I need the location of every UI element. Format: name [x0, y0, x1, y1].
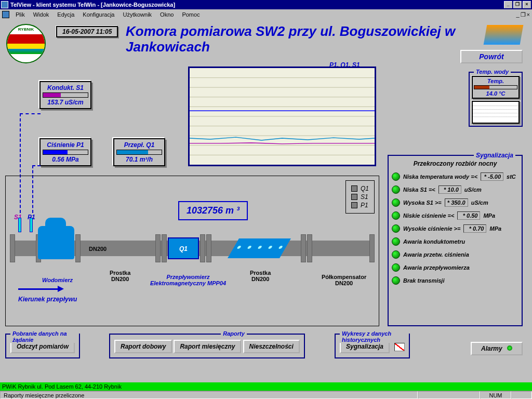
sygn-text: Brak transmisji	[403, 277, 444, 284]
child-minimize-button[interactable]: _	[516, 11, 519, 18]
wodomierz-label: Wodomierz	[42, 277, 73, 283]
cisnienie-value: 0.56 MPa	[43, 156, 88, 163]
menu-widok[interactable]: Widok	[29, 10, 54, 19]
prostka-label: Prostka DN200	[110, 270, 130, 282]
przepl-box: Przepł. Q1 70.1 m³/h	[113, 138, 165, 166]
temp-value: 14.0 °C	[474, 90, 517, 97]
sygnalizacja-panel: Sygnalizacja Przekroczony rozbiór nocny …	[388, 155, 523, 326]
raporty-title: Raporty	[221, 330, 247, 337]
flow-meter-icon: Q1	[168, 237, 199, 259]
raport-dobowy-button[interactable]: Raport dobowy	[114, 340, 172, 353]
app-icon	[1, 1, 8, 8]
minimize-button[interactable]: _	[504, 1, 512, 8]
threshold-unit: MPa	[483, 212, 495, 219]
water-meter-icon	[38, 226, 74, 259]
flange-icon	[200, 234, 205, 262]
status-spacer2	[511, 391, 532, 399]
child-window-icon	[2, 11, 9, 18]
sensor-p1-icon	[30, 218, 33, 232]
pobranie-title: Pobranie danych na żądanie	[10, 330, 79, 343]
status-led-icon	[392, 172, 400, 181]
dn200-label: DN200	[89, 246, 107, 252]
temp-label: Temp.	[474, 78, 517, 84]
alarmy-button[interactable]: Alarmy	[471, 342, 523, 355]
threshold-unit: MPa	[489, 225, 501, 232]
kondukt-label: Kondukt. S1	[43, 84, 88, 91]
maximize-button[interactable]: ❐	[513, 1, 522, 8]
volume-counter: 1032756 m ³	[178, 201, 248, 220]
threshold-unit: stC	[507, 174, 516, 180]
status-num: NUM	[480, 391, 511, 399]
menu-edycja[interactable]: Edycja	[53, 10, 78, 19]
sygn-text: Awaria przepływomierza	[403, 264, 470, 271]
polkompensator-label: Półkompensator DN200	[322, 274, 366, 286]
child-maximize-button[interactable]: ❐	[521, 11, 526, 18]
status-led-icon	[392, 263, 400, 272]
status-led-icon	[392, 250, 400, 259]
threshold-value: * 0.70	[463, 224, 486, 233]
legend-p1: P1	[361, 202, 368, 209]
raport-miesieczny-button[interactable]: Raport miesięczny	[174, 340, 241, 353]
status-led-icon	[392, 185, 400, 194]
flange-icon	[301, 234, 306, 262]
status-spacer	[418, 391, 480, 399]
sygn-row: Niskie ciśnienie =<* 0.50MPa	[392, 211, 518, 220]
nieszczelnosci-button[interactable]: Nieszczelności	[243, 340, 300, 353]
sygn-text: Wysoka S1 >=	[403, 200, 442, 206]
kondukt-value: 153.7 uS/cm	[43, 99, 88, 106]
przeplywomierz-label: Przepływomierz Elektromagnetyczny MPP04	[149, 274, 227, 286]
return-button[interactable]: Powrót	[460, 50, 523, 63]
sygn-row: Niska S1 =<* 10.0uS/cm	[392, 185, 518, 194]
alarmy-led-icon	[507, 345, 512, 351]
menu-okno[interactable]: Okno	[156, 10, 178, 19]
legend-s1: S1	[361, 193, 368, 201]
child-close-button[interactable]: ×	[527, 11, 530, 18]
threshold-unit: uS/cm	[464, 187, 482, 193]
przepl-value: 70.1 m³/h	[116, 156, 162, 163]
menu-konfiguracja[interactable]: Konfiguracja	[78, 10, 118, 19]
raporty-group: Raporty Raport dobowy Raport miesięczny …	[109, 334, 305, 358]
pipe-diagram: S1 P1 1032756 m ³ Q1 S1 P1 Q1 DN200 Wodo…	[5, 176, 379, 326]
sygn-text: Wysokie ciśnienie >=	[403, 225, 460, 232]
temp-box: Temp. 14.0 °C	[472, 76, 520, 99]
vendor-logo	[484, 25, 524, 45]
sygn-row: Awaria konduktometru	[392, 237, 518, 246]
threshold-value: * 10.0	[438, 185, 461, 194]
temp-frame-title: Temp. wody	[474, 69, 511, 75]
threshold-value: * -5.00	[481, 172, 503, 181]
dash-line	[32, 165, 41, 166]
sygn-row: Awaria przetw. ciśnienia	[392, 250, 518, 259]
chart-legend: Q1 S1 P1	[345, 180, 375, 214]
flange-icon	[369, 234, 375, 262]
sygn-text: Niska temperatura wody =<	[403, 174, 477, 180]
menu-plik[interactable]: Plik	[11, 10, 29, 19]
titlebar: TelView - klient systemu TelWin - [Janko…	[0, 0, 532, 9]
legend-q1: Q1	[361, 185, 369, 192]
main-chart	[188, 66, 376, 166]
pobranie-group: Pobranie danych na żądanie Odczyt pomiar…	[5, 334, 80, 358]
sygnalizacja-header: Przekroczony rozbiór nocny	[392, 160, 518, 167]
status-led-icon	[392, 198, 400, 207]
address-bar: PWiK Rybnik ul. Pod Lasem 62, 44-210 Ryb…	[0, 382, 532, 391]
sygn-row: Brak transmisji	[392, 276, 518, 285]
status-led-icon	[392, 211, 400, 220]
flange-icon	[10, 234, 15, 262]
flange-icon	[162, 234, 167, 262]
flow-arrow-icon	[18, 288, 60, 290]
close-button[interactable]: ×	[523, 1, 531, 8]
status-led-icon	[392, 276, 400, 285]
sygn-row: Wysokie ciśnienie >=* 0.70MPa	[392, 224, 518, 233]
status-led-icon	[392, 224, 400, 233]
cisnienie-label: Ciśnienie P1	[43, 141, 88, 149]
flow-direction-label: Kierunek przepływu	[18, 296, 77, 303]
menubar: Plik Widok Edycja Konfiguracja Użytkowni…	[0, 9, 532, 20]
sygn-text: Awaria przetw. ciśnienia	[403, 251, 469, 258]
threshold-value: * 0.50	[457, 211, 480, 220]
menu-pomoc[interactable]: Pomoc	[178, 10, 204, 19]
menu-uzytkownik[interactable]: Użytkownik	[118, 10, 156, 19]
sygnalizacja-title: Sygnalizacja	[474, 152, 515, 159]
dash-line	[20, 113, 41, 114]
alarmy-button-wrap: Alarmy	[471, 342, 523, 355]
statusbar: Raporty miesięczne przeliczone NUM	[0, 391, 532, 399]
company-logo: RYBNIK	[6, 24, 46, 63]
